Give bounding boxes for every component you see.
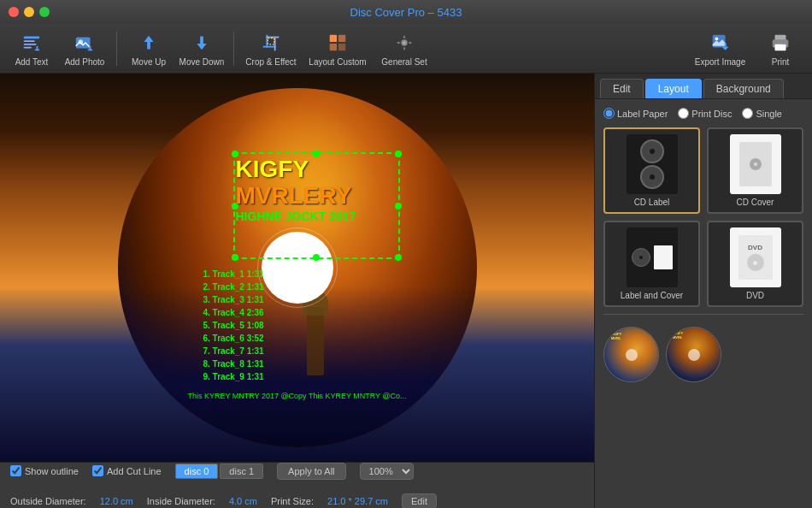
export-image-label: Export Image [695,57,745,67]
edit-button[interactable]: Edit [402,493,437,509]
cd-label-icon [627,134,678,194]
svg-rect-2 [24,43,37,44]
move-up-button[interactable]: Move Up [124,27,174,71]
toolbar-divider-1 [116,32,117,66]
crop-effect-button[interactable]: Crop & Effect [241,27,301,71]
canvas-container[interactable]: 1. Track_1 1:31 2. Track_2 1:31 3. Track… [0,74,594,462]
add-text-label: Add Text [15,57,49,67]
show-outline-checkbox[interactable]: Show outline [10,465,79,476]
svg-rect-0 [24,36,40,38]
titlebar-buttons [9,7,50,17]
svg-point-26 [782,42,785,44]
maximize-button[interactable] [39,7,50,17]
disc-subtitle: HIGHNE JOCKT 2017 [236,210,356,223]
svg-rect-17 [330,43,337,50]
export-image-button[interactable]: Export Image [688,27,752,71]
app-title: Disc Cover Pro – 5433 [350,6,462,19]
general-set-icon [392,31,416,55]
print-icon [768,31,792,55]
print-size-value: 21.0 * 29.7 cm [327,496,388,506]
sel-handle-tr[interactable] [395,151,402,157]
general-set-label: General Set [381,57,427,67]
add-text-button[interactable]: Add Text [7,27,56,71]
svg-rect-16 [338,34,345,41]
disc-tracklist: 1. Track_1 1:31 2. Track_2 1:31 3. Track… [203,268,264,383]
main-area: 1. Track_1 1:31 2. Track_2 1:31 3. Track… [0,74,812,508]
thumb-disc-1[interactable]: KIGFYMVRL [603,327,659,382]
tab-background[interactable]: Background [703,79,784,98]
sel-handle-bm[interactable] [313,254,320,261]
svg-rect-12 [274,38,276,50]
layout-card-label-cover[interactable]: Label and Cover [603,221,700,307]
minimize-button[interactable] [24,7,34,17]
sel-handle-mr[interactable] [395,203,402,210]
close-button[interactable] [9,7,19,17]
mini-disc-icon [632,248,650,267]
layout-custom-label: Layout Custom [309,57,366,67]
zoom-select[interactable]: 100% 50% 75% 150% [360,463,414,480]
add-text-icon [20,31,44,55]
radio-single[interactable]: Single [742,108,782,119]
disc[interactable]: 1. Track_1 1:31 2. Track_2 1:31 3. Track… [118,88,477,447]
layout-card-dvd[interactable]: DVD DVD [707,221,803,307]
track-2: 2. Track_2 1:31 [203,281,264,293]
radio-single-input[interactable] [742,108,753,119]
inside-diameter-label: Inside Diameter: [147,496,215,506]
track-1: 1. Track_1 1:31 [203,268,264,281]
track-9: 9. Track_9 1:31 [203,370,264,383]
radio-label-paper[interactable]: Label Paper [603,108,668,119]
svg-point-22 [715,37,718,40]
cd-cover-text: CD Cover [737,198,774,207]
add-cut-line-input[interactable] [92,465,103,476]
add-photo-label: Add Photo [65,57,105,67]
disc-bottom-text: This KYREY MNTRY 2017 @Copy This KYREY M… [187,392,406,400]
tab-edit[interactable]: Edit [600,79,644,98]
svg-rect-5 [35,49,40,50]
panel-divider [603,314,803,315]
cd-label-text: CD Label [634,198,670,207]
disc-tab-0[interactable]: disc 0 [175,464,219,479]
dvd-icon: DVD [730,227,781,287]
disc-tab-1[interactable]: disc 1 [220,464,263,479]
track-6: 6. Track_6 3:52 [203,332,264,345]
crop-effect-icon [259,31,283,55]
radio-label-paper-input[interactable] [603,108,615,119]
layout-card-cd-label[interactable]: CD Label [603,127,700,214]
svg-rect-14 [268,38,274,44]
track-3: 3. Track_3 1:31 [203,293,264,306]
label-cover-icon [627,227,678,287]
dvd-text: DVD [746,291,764,300]
svg-rect-3 [24,46,32,48]
svg-rect-1 [24,40,35,42]
general-set-button[interactable]: General Set [374,27,434,71]
cd-disc-mini-top [640,139,664,163]
panel-content: Label Paper Print Disc Single [595,99,812,508]
add-photo-icon [73,31,97,55]
bottom-row2: Outside Diameter: 12.0 cm Inside Diamete… [10,493,584,509]
outside-diameter-value: 12.0 cm [100,496,133,506]
move-up-label: Move Up [132,57,166,67]
tab-layout[interactable]: Layout [645,79,702,98]
toolbar-divider-2 [233,32,234,66]
print-label: Print [772,57,790,67]
print-button[interactable]: Print [756,27,805,71]
apply-to-all-button[interactable]: Apply to All [277,463,345,480]
radio-print-disc-input[interactable] [678,108,689,119]
layout-custom-button[interactable]: Layout Custom [304,27,371,71]
track-4: 4. Track_4 2:36 [203,306,264,319]
sel-handle-bl[interactable] [232,254,238,261]
radio-print-disc[interactable]: Print Disc [678,108,732,119]
add-cut-line-checkbox[interactable]: Add Cut Line [92,465,162,476]
thumb-disc-2[interactable]: KIGFYMVRL [666,327,721,382]
toolbar: Add Text Add Photo Move Up [0,24,812,74]
svg-rect-25 [775,44,786,50]
show-outline-input[interactable] [10,465,21,476]
inside-diameter-value: 4.0 cm [229,496,257,506]
track-8: 8. Track_8 1:31 [203,357,264,370]
sel-handle-br[interactable] [395,254,402,261]
cd-cover-icon [730,134,781,194]
canvas-area: 1. Track_1 1:31 2. Track_2 1:31 3. Track… [0,74,594,508]
add-photo-button[interactable]: Add Photo [60,27,109,71]
move-down-button[interactable]: Move Down [177,27,227,71]
layout-card-cd-cover[interactable]: CD Cover [707,127,803,214]
